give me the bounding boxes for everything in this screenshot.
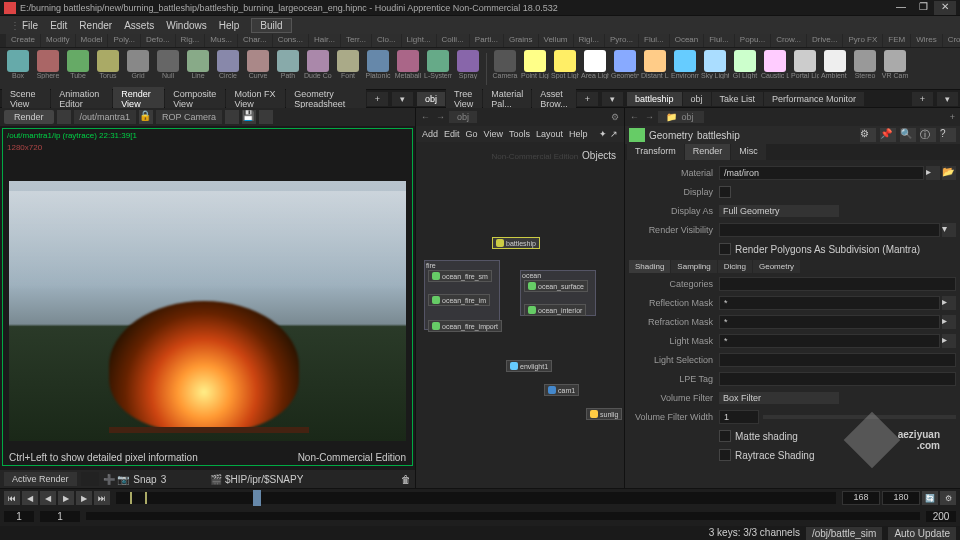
refrmask-picker-icon[interactable]: ▸ (942, 315, 956, 329)
shelf-tool-environment[interactable]: Environment (671, 50, 699, 88)
display-checkbox[interactable] (719, 186, 731, 198)
cancel-render-icon[interactable] (57, 110, 71, 124)
pane-tab[interactable]: Material Pal... (483, 87, 531, 111)
shelf-tool-tube[interactable]: Tube (64, 50, 92, 88)
shelf-tab[interactable]: Defo... (141, 34, 175, 47)
prev-frame-button[interactable]: ◀ (22, 491, 38, 505)
add-tab-icon[interactable]: + (912, 92, 933, 106)
shelf-tab[interactable]: Clo... (372, 34, 401, 47)
hip-path[interactable]: 🎬 $HIP/ipr/$SNAPY (210, 474, 303, 485)
pane-tab[interactable]: Tree View (446, 87, 482, 111)
tab-misc[interactable]: Misc (731, 144, 766, 160)
pane-tab[interactable]: Animation Editor (51, 87, 112, 111)
subtab-geometry[interactable]: Geometry (753, 260, 800, 273)
node-ocean_interior[interactable]: ocean_interior (524, 304, 586, 316)
shelf-tool-null[interactable]: Null (154, 50, 182, 88)
shelf-tool-geometry[interactable]: Geometry (611, 50, 639, 88)
pane-tab[interactable]: Scene View (2, 87, 50, 111)
node-ocean_fire_sm[interactable]: ocean_fire_sm (428, 270, 492, 282)
shelf-tool-area-light[interactable]: Area Light (581, 50, 609, 88)
range-slider[interactable] (86, 512, 920, 520)
menu-windows[interactable]: Windows (160, 20, 213, 31)
parm-fwd-icon[interactable]: → (643, 112, 656, 122)
shelf-tool-curve[interactable]: Curve (244, 50, 272, 88)
subtab-shading[interactable]: Shading (629, 260, 670, 273)
timeline-playhead[interactable] (253, 490, 261, 506)
netview-menu-help[interactable]: Help (569, 129, 588, 139)
nav-fwd-icon[interactable]: → (434, 112, 447, 122)
raytrace-checkbox[interactable] (719, 449, 731, 461)
shelf-tab[interactable]: Light... (402, 34, 436, 47)
shelf-tool-metaball[interactable]: Metaball (394, 50, 422, 88)
node-ocean_fire_import[interactable]: ocean_fire_import (428, 320, 502, 332)
material-field[interactable]: /mat/iron (719, 166, 924, 180)
pane-tab[interactable]: Render View (113, 87, 164, 111)
shelf-tool-stereo[interactable]: Stereo (851, 50, 879, 88)
delete-snapshot-icon[interactable]: 🗑 (401, 474, 411, 485)
job-path[interactable]: /obj/battle_sim (806, 527, 882, 540)
shelf-tab[interactable]: Terr... (341, 34, 371, 47)
node-envlight1[interactable]: envlight1 (506, 360, 552, 372)
pane-tab[interactable]: battleship (627, 92, 682, 106)
lightmask-picker-icon[interactable]: ▸ (942, 334, 956, 348)
pane-menu-icon[interactable]: ▾ (392, 92, 413, 106)
network-view[interactable]: Non-Commercial Edition Objects fireocean… (416, 142, 624, 488)
network-options-icon[interactable]: ⚙ (609, 112, 621, 122)
add-tab-icon[interactable]: + (367, 92, 388, 106)
rendvis-menu-icon[interactable]: ▾ (942, 223, 956, 237)
displayas-select[interactable]: Full Geometry (719, 205, 839, 217)
lpe-field[interactable] (719, 372, 956, 386)
shelf-tool-distant-light[interactable]: Distant Light (641, 50, 669, 88)
shelf-tab[interactable]: Wires (911, 34, 941, 47)
shelf-tool-path[interactable]: Path (274, 50, 302, 88)
shelf-tab[interactable]: Popu... (735, 34, 770, 47)
shelf-tool-portal-light[interactable]: Portal Light (791, 50, 819, 88)
shelf-tool-line[interactable]: Line (184, 50, 212, 88)
parm-options-icon[interactable]: + (948, 112, 957, 122)
shelf-tab[interactable]: Grains (504, 34, 538, 47)
menu-render[interactable]: Render (73, 20, 118, 31)
auto-update[interactable]: Auto Update (888, 527, 956, 540)
menu-help[interactable]: Help (213, 20, 246, 31)
shelf-tool-camera[interactable]: Camera (491, 50, 519, 88)
shelf-tool-l-system[interactable]: L-System (424, 50, 452, 88)
pane-tab[interactable]: Motion FX View (226, 87, 285, 111)
node-sunlig[interactable]: sunlig (586, 408, 622, 420)
tab-transform[interactable]: Transform (627, 144, 684, 160)
shelf-tool-dude-comb[interactable]: Dude Comb (304, 50, 332, 88)
shelf-tab[interactable]: Parti... (470, 34, 503, 47)
shelf-tool-spray[interactable]: Spray (454, 50, 482, 88)
start-frame[interactable]: 1 (4, 511, 34, 522)
volfiltw-slider[interactable] (763, 415, 956, 419)
save-render-icon[interactable]: 💾 (242, 110, 256, 124)
search-parm-icon[interactable]: 🔍 (900, 128, 916, 142)
info-icon[interactable]: ⓘ (920, 128, 936, 142)
shelf-tab[interactable]: Char... (238, 34, 272, 47)
netview-tools-icon[interactable]: ✦ ↗ (599, 129, 618, 139)
lightmask-field[interactable]: * (719, 334, 940, 348)
material-open-icon[interactable]: 📂 (942, 166, 956, 180)
shelf-tab[interactable]: FEM (883, 34, 910, 47)
shelf-tab[interactable]: Modify (41, 34, 75, 47)
shelf-tab[interactable]: Create (6, 34, 40, 47)
shelf-tool-gi-light[interactable]: GI Light (731, 50, 759, 88)
shelf-tool-ambient-light[interactable]: Ambient Light (821, 50, 849, 88)
material-picker-icon[interactable]: ▸ (926, 166, 940, 180)
cat-field[interactable] (719, 277, 956, 291)
netview-menu-add[interactable]: Add (422, 129, 438, 139)
shelf-tool-box[interactable]: Box (4, 50, 32, 88)
end-frame[interactable]: 200 (926, 511, 956, 522)
reflmask-picker-icon[interactable]: ▸ (942, 296, 956, 310)
help-icon[interactable]: ? (940, 128, 956, 142)
volfilt-select[interactable]: Box Filter (719, 392, 839, 404)
render-viewport[interactable]: /out/mantra1/ip (raytrace) 22:31:39[1 12… (2, 128, 413, 466)
matte-checkbox[interactable] (719, 430, 731, 442)
color-icon[interactable] (259, 110, 273, 124)
timeline-track[interactable] (116, 492, 836, 504)
menu-file[interactable]: File (16, 20, 44, 31)
netview-menu-edit[interactable]: Edit (444, 129, 460, 139)
subdiv-checkbox[interactable] (719, 243, 731, 255)
add-snapshot-icon[interactable]: ➕ 📷 (103, 474, 130, 485)
parm-path[interactable]: 📁 obj (658, 111, 704, 123)
nav-back-icon[interactable]: ← (419, 112, 432, 122)
